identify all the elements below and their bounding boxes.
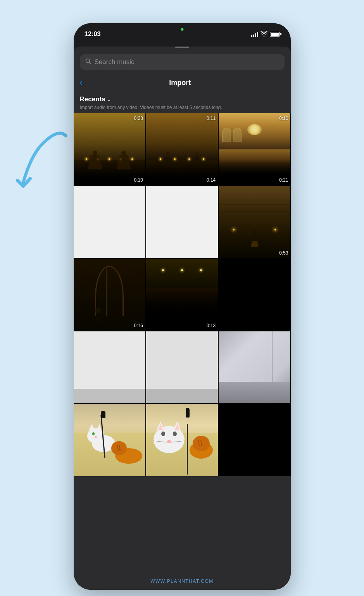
video-duration: 0:21 (279, 177, 288, 183)
list-item[interactable]: 0:28 0:10 (74, 113, 145, 185)
status-icons (251, 31, 280, 38)
video-duration: 0:10 (134, 177, 143, 183)
svg-rect-13 (254, 229, 256, 234)
video-thumbnail: 0:28 0:10 (74, 113, 145, 185)
list-item[interactable]: 0:16 0:21 (219, 113, 290, 185)
svg-rect-9 (166, 156, 169, 164)
svg-point-2 (93, 151, 97, 156)
green-dot (181, 28, 183, 31)
recents-section: Recents ⌄ Import audio from any video. V… (74, 94, 291, 113)
list-item[interactable] (146, 331, 218, 403)
list-item[interactable]: 0:53 (219, 186, 290, 258)
list-item[interactable] (74, 404, 145, 476)
video-thumbnail: 0:16 (74, 259, 145, 331)
svg-rect-11 (195, 156, 198, 164)
video-duration-top: 0:11 (207, 116, 216, 121)
svg-point-32 (161, 431, 165, 436)
recents-subtitle: Import audio from any video. Videos must… (80, 105, 285, 110)
search-icon (85, 58, 91, 66)
search-bar[interactable]: Search music (80, 54, 285, 70)
video-thumbnail (146, 404, 218, 476)
battery-icon (270, 32, 280, 37)
svg-point-5 (121, 151, 126, 156)
footer: WWW.PLANNTHAT.COM (0, 577, 364, 584)
sheet: Search music ‹ Import Recents ⌄ Import a… (74, 47, 291, 590)
phone-wrapper: 12:03 (74, 23, 291, 590)
svg-rect-16 (96, 313, 100, 321)
signal-bar-4 (257, 32, 258, 37)
list-item[interactable] (74, 186, 145, 258)
video-thumbnail (146, 186, 218, 258)
svg-point-34 (167, 440, 171, 443)
video-thumbnail: 0:11 0:14 (146, 113, 218, 185)
nav-row: ‹ Import (74, 76, 291, 94)
arrow-annotation (12, 120, 74, 198)
svg-point-22 (92, 432, 95, 435)
video-duration-top: 0:16 (279, 116, 288, 121)
page-title: Import (87, 79, 273, 87)
svg-point-12 (253, 225, 257, 229)
footer-text: WWW.PLANNTHAT.COM (150, 579, 214, 584)
video-thumbnail: 0:13 (146, 259, 218, 331)
svg-point-24 (111, 441, 127, 455)
sheet-handle (175, 47, 189, 48)
list-item[interactable]: 0:11 0:14 (146, 113, 218, 185)
status-time: 12:03 (85, 30, 101, 38)
video-thumbnail (74, 404, 145, 476)
list-item[interactable] (219, 331, 290, 403)
video-duration-top: 0:28 (134, 116, 143, 121)
phone: 12:03 (74, 23, 291, 590)
svg-line-1 (89, 62, 91, 64)
video-thumbnail: 0:53 (219, 186, 290, 258)
svg-point-10 (194, 151, 198, 156)
signal-bar-2 (253, 35, 254, 37)
list-item[interactable] (74, 331, 145, 403)
video-duration: 0:14 (207, 177, 216, 183)
svg-marker-20 (97, 424, 102, 431)
status-bar: 12:03 (74, 23, 291, 43)
signal-bar-3 (255, 33, 256, 37)
video-duration: 0:16 (134, 323, 143, 328)
video-duration: 0:53 (279, 250, 288, 256)
svg-point-8 (166, 151, 170, 156)
wifi-icon (260, 31, 267, 38)
signal-bars-icon (251, 31, 258, 37)
recents-chevron-icon: ⌄ (107, 97, 111, 102)
video-duration: 0:13 (207, 323, 216, 328)
svg-point-33 (173, 431, 177, 436)
signal-bar-1 (251, 35, 252, 37)
recents-header[interactable]: Recents ⌄ (80, 95, 285, 103)
recents-label: Recents (80, 95, 105, 103)
video-thumbnail (219, 331, 290, 403)
video-thumbnail (146, 331, 218, 403)
list-item[interactable] (146, 404, 218, 476)
list-item[interactable]: 0:16 (74, 259, 145, 331)
video-thumbnail (74, 186, 145, 258)
list-item[interactable]: 0:13 (146, 259, 218, 331)
svg-point-15 (95, 308, 101, 313)
back-button[interactable]: ‹ (80, 78, 87, 88)
video-thumbnail (74, 331, 145, 403)
svg-marker-19 (89, 424, 95, 431)
svg-point-21 (95, 436, 97, 438)
search-placeholder: Search music (95, 58, 135, 66)
video-thumbnail: 0:16 0:21 (219, 113, 290, 185)
list-item[interactable] (146, 186, 218, 258)
video-grid: 0:28 0:10 (74, 113, 291, 476)
